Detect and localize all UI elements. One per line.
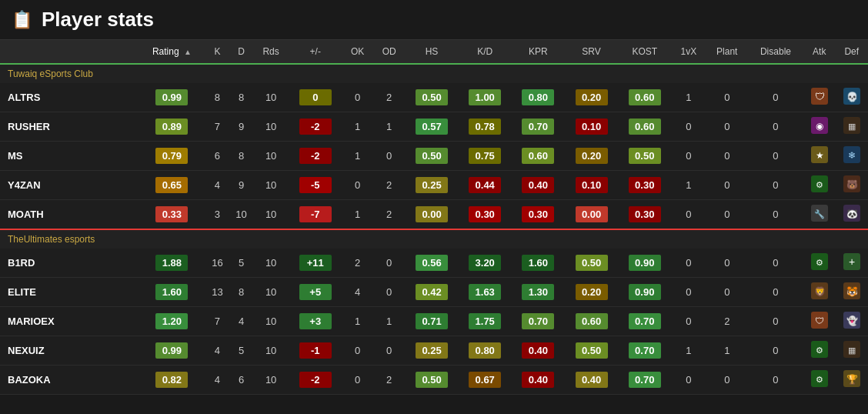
stat-cell: 0 <box>748 336 803 366</box>
stat-cell: 1.20 <box>139 307 205 336</box>
team-header-row: Tuwaiq eSports Club <box>0 64 868 83</box>
table-row: ALTRS 0.99 8810 0 02 0.50 1.00 0.80 0.20… <box>0 83 868 112</box>
stat-cell: 0 <box>748 307 803 336</box>
stat-cell: 0.10 <box>565 171 618 200</box>
stat-cell: 10 <box>253 112 289 142</box>
def-icon-cell: 🏆 <box>835 366 868 395</box>
stat-cell: 8 <box>229 278 253 307</box>
table-row: B1RD 1.88 16510 +11 20 0.56 3.20 1.60 0.… <box>0 249 868 278</box>
stat-cell: 0.00 <box>405 200 458 230</box>
table-row: BAZOKA 0.82 4610 -2 02 0.50 0.67 0.40 0.… <box>0 366 868 395</box>
col-rating[interactable]: Rating ▲ <box>139 40 205 64</box>
stat-cell: 0.50 <box>405 366 458 395</box>
stat-cell: 1.60 <box>139 278 205 307</box>
stat-cell: 0.20 <box>565 83 618 112</box>
col-kost[interactable]: KOST <box>618 40 671 64</box>
col-plant[interactable]: Plant <box>706 40 748 64</box>
stat-cell: 0 <box>342 83 373 112</box>
stat-cell: 0.70 <box>618 307 671 336</box>
svg-text:🦁: 🦁 <box>813 285 825 297</box>
stat-cell: 0.99 <box>139 83 205 112</box>
col-atk[interactable]: Atk <box>803 40 836 64</box>
stat-cell: 0.50 <box>405 83 458 112</box>
player-name: MARIOEX <box>0 307 139 336</box>
atk-icon-cell: 🛡 <box>803 83 836 112</box>
col-kd[interactable]: K/D <box>459 40 512 64</box>
stat-cell: 4 <box>342 278 373 307</box>
stat-cell: 16 <box>205 249 229 278</box>
col-ok[interactable]: OK <box>342 40 373 64</box>
atk-icon-cell: 🦁 <box>803 278 836 307</box>
stat-cell: 0 <box>706 83 748 112</box>
stat-cell: 0 <box>748 366 803 395</box>
stat-cell: 0.50 <box>618 142 671 171</box>
stat-cell: 0.78 <box>459 112 512 142</box>
player-name: B1RD <box>0 249 139 278</box>
stat-cell: 1 <box>706 336 748 366</box>
stat-cell: 0.10 <box>565 112 618 142</box>
player-name: MOATH <box>0 200 139 230</box>
stat-cell: 6 <box>205 142 229 171</box>
atk-icon-cell: 🔧 <box>803 200 836 230</box>
stat-cell: 0.57 <box>405 112 458 142</box>
stat-cell: 0.70 <box>512 307 565 336</box>
stat-cell: 6 <box>229 366 253 395</box>
stat-cell: 0.80 <box>512 83 565 112</box>
stat-cell: 1.60 <box>512 249 565 278</box>
stat-cell: 0 <box>748 249 803 278</box>
stat-cell: 0.75 <box>459 142 512 171</box>
stat-cell: 2 <box>373 366 406 395</box>
stat-cell: 0 <box>342 171 373 200</box>
stat-cell: 0.40 <box>512 366 565 395</box>
col-od[interactable]: OD <box>373 40 406 64</box>
stat-cell: 1 <box>342 112 373 142</box>
svg-text:▦: ▦ <box>848 122 856 131</box>
stat-cell: 0 <box>373 278 406 307</box>
stat-cell: 0.50 <box>565 336 618 366</box>
stat-cell: 5 <box>229 336 253 366</box>
col-kpr[interactable]: KPR <box>512 40 565 64</box>
stat-cell: 0.20 <box>565 278 618 307</box>
stat-cell: 13 <box>205 278 229 307</box>
stat-cell: 1.75 <box>459 307 512 336</box>
stat-cell: 1.63 <box>459 278 512 307</box>
svg-text:🏆: 🏆 <box>846 373 857 385</box>
stat-cell: 0 <box>748 83 803 112</box>
col-rds[interactable]: Rds <box>253 40 289 64</box>
stat-cell: 7 <box>205 112 229 142</box>
col-1vx[interactable]: 1vX <box>671 40 706 64</box>
stat-cell: 0 <box>706 249 748 278</box>
player-name: MS <box>0 142 139 171</box>
atk-icon-cell: ◉ <box>803 112 836 142</box>
stat-cell: 0 <box>706 142 748 171</box>
stats-table: Rating ▲ K D Rds +/- OK OD HS K/D KPR SR… <box>0 40 868 395</box>
stat-cell: 0 <box>706 366 748 395</box>
stat-cell: 1 <box>342 142 373 171</box>
svg-text:❄: ❄ <box>848 150 856 161</box>
stat-cell: 4 <box>205 366 229 395</box>
stat-cell: 10 <box>253 171 289 200</box>
stat-cell: 0 <box>373 249 406 278</box>
table-container: Rating ▲ K D Rds +/- OK OD HS K/D KPR SR… <box>0 40 868 395</box>
svg-text:🐯: 🐯 <box>846 285 857 297</box>
col-hs[interactable]: HS <box>405 40 458 64</box>
stat-cell: 2 <box>373 83 406 112</box>
stat-cell: 1 <box>342 200 373 230</box>
stat-cell: 0.25 <box>405 336 458 366</box>
col-d[interactable]: D <box>229 40 253 64</box>
stat-cell: 0 <box>671 307 706 336</box>
stat-cell: 0 <box>373 142 406 171</box>
col-disable[interactable]: Disable <box>748 40 803 64</box>
stat-cell: 10 <box>253 278 289 307</box>
col-k[interactable]: K <box>205 40 229 64</box>
col-pm[interactable]: +/- <box>289 40 342 64</box>
atk-icon-cell: ⚙ <box>803 336 836 366</box>
col-def[interactable]: Def <box>835 40 868 64</box>
stat-cell: 1 <box>671 171 706 200</box>
table-row: NEXUIZ 0.99 4510 -1 00 0.25 0.80 0.40 0.… <box>0 336 868 366</box>
stat-cell: -2 <box>289 142 342 171</box>
stat-cell: 8 <box>229 142 253 171</box>
stat-cell: 0.79 <box>139 142 205 171</box>
col-srv[interactable]: SRV <box>565 40 618 64</box>
stat-cell: 1 <box>373 112 406 142</box>
